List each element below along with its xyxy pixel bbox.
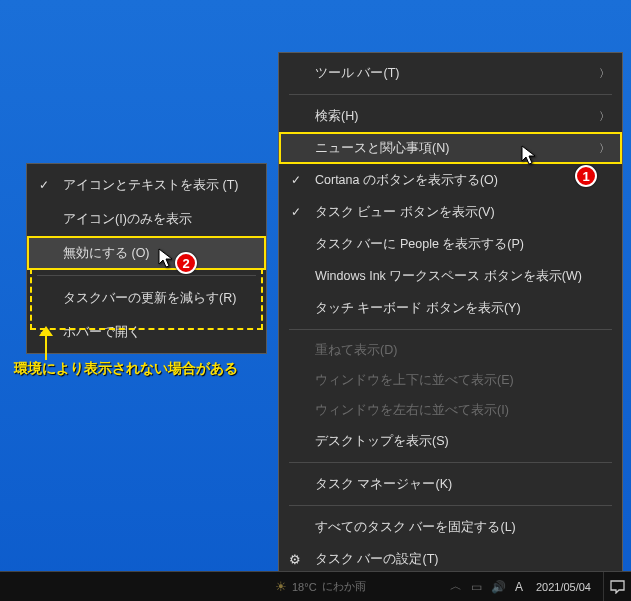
menu-label: Windows Ink ワークスペース ボタンを表示(W): [315, 268, 608, 285]
desktop: ツール バー(T) 〉 検索(H) 〉 ニュースと関心事項(N) 〉 ✓ Cor…: [0, 0, 631, 601]
submenu-item-reduce-updates[interactable]: タスクバーの更新を減らす(R): [27, 281, 266, 315]
menu-label: アイコンとテキストを表示 (T): [63, 177, 252, 194]
tray-volume-icon[interactable]: 🔊: [491, 580, 506, 594]
tray-network-icon[interactable]: ▭: [471, 580, 482, 594]
annotation-badge-2: 2: [175, 252, 197, 274]
tray-ime-indicator[interactable]: A: [515, 580, 523, 594]
submenu-item-icon-text[interactable]: ✓ アイコンとテキストを表示 (T): [27, 168, 266, 202]
weather-text: にわか雨: [322, 579, 366, 594]
menu-label: タスク バーの設定(T): [315, 551, 608, 568]
menu-item-toolbar[interactable]: ツール バー(T) 〉: [279, 57, 622, 89]
menu-separator: [289, 505, 612, 506]
menu-label: タッチ キーボード ボタンを表示(Y): [315, 300, 608, 317]
menu-label: タスクバーの更新を減らす(R): [63, 290, 252, 307]
menu-separator: [289, 462, 612, 463]
annotation-note: 環境により表示されない場合がある: [14, 360, 238, 378]
menu-item-people[interactable]: タスク バーに People を表示する(P): [279, 228, 622, 260]
weather-temp: 18°C: [292, 581, 317, 593]
submenu-item-icon-only[interactable]: アイコン(I)のみを表示: [27, 202, 266, 236]
chevron-right-icon: 〉: [599, 66, 610, 81]
menu-separator: [289, 329, 612, 330]
menu-label: タスク ビュー ボタンを表示(V): [315, 204, 608, 221]
menu-label: ウィンドウを左右に並べて表示(I): [315, 402, 608, 419]
tray-action-center[interactable]: [603, 572, 631, 601]
menu-label: Cortana のボタンを表示する(O): [315, 172, 608, 189]
menu-item-stack-vertical: ウィンドウを上下に並べて表示(E): [279, 365, 622, 395]
annotation-badge-1: 1: [575, 165, 597, 187]
check-icon: ✓: [39, 178, 49, 192]
menu-label: デスクトップを表示(S): [315, 433, 608, 450]
menu-label: すべてのタスク バーを固定する(L): [315, 519, 608, 536]
news-submenu: ✓ アイコンとテキストを表示 (T) アイコン(I)のみを表示 無効にする (O…: [26, 163, 267, 354]
taskbar[interactable]: ☀ 18°C にわか雨 ︿ ▭ 🔊 A 2021/05/04: [0, 571, 631, 601]
tray-date[interactable]: 2021/05/04: [532, 581, 595, 593]
menu-label: 検索(H): [315, 108, 608, 125]
menu-label: タスク マネージャー(K): [315, 476, 608, 493]
menu-item-news[interactable]: ニュースと関心事項(N) 〉: [279, 132, 622, 164]
menu-item-task-manager[interactable]: タスク マネージャー(K): [279, 468, 622, 500]
taskbar-context-menu: ツール バー(T) 〉 検索(H) 〉 ニュースと関心事項(N) 〉 ✓ Cor…: [278, 52, 623, 580]
notification-icon: [610, 580, 625, 594]
menu-item-touchkb[interactable]: タッチ キーボード ボタンを表示(Y): [279, 292, 622, 324]
menu-item-taskview[interactable]: ✓ タスク ビュー ボタンを表示(V): [279, 196, 622, 228]
annotation-arrow-head: [39, 326, 53, 336]
menu-item-search[interactable]: 検索(H) 〉: [279, 100, 622, 132]
taskbar-left: ☀ 18°C にわか雨: [0, 579, 442, 594]
menu-label: アイコン(I)のみを表示: [63, 211, 252, 228]
menu-item-show-desktop[interactable]: デスクトップを表示(S): [279, 425, 622, 457]
menu-label: ホバーで開く: [63, 324, 252, 341]
menu-label: 重ねて表示(D): [315, 342, 608, 359]
menu-label: ウィンドウを上下に並べて表示(E): [315, 372, 608, 389]
menu-label: タスク バーに People を表示する(P): [315, 236, 608, 253]
check-icon: ✓: [291, 173, 301, 187]
gear-icon: ⚙: [289, 552, 301, 567]
check-icon: ✓: [291, 205, 301, 219]
menu-item-cascade: 重ねて表示(D): [279, 335, 622, 365]
menu-item-ink[interactable]: Windows Ink ワークスペース ボタンを表示(W): [279, 260, 622, 292]
taskbar-tray: ︿ ▭ 🔊 A 2021/05/04: [442, 578, 603, 595]
menu-item-stack-horizontal: ウィンドウを左右に並べて表示(I): [279, 395, 622, 425]
chevron-right-icon: 〉: [599, 141, 610, 156]
submenu-item-hover-open[interactable]: ✓ ホバーで開く: [27, 315, 266, 349]
menu-label: ツール バー(T): [315, 65, 608, 82]
menu-item-cortana[interactable]: ✓ Cortana のボタンを表示する(O): [279, 164, 622, 196]
menu-separator: [37, 275, 256, 276]
taskbar-weather[interactable]: ☀ 18°C にわか雨: [275, 579, 366, 594]
submenu-item-disable[interactable]: 無効にする (O): [27, 236, 266, 270]
menu-label: ニュースと関心事項(N): [315, 140, 608, 157]
menu-separator: [289, 94, 612, 95]
tray-chevron-up-icon[interactable]: ︿: [450, 578, 462, 595]
menu-item-lock-all[interactable]: すべてのタスク バーを固定する(L): [279, 511, 622, 543]
chevron-right-icon: 〉: [599, 109, 610, 124]
menu-label: 無効にする (O): [63, 245, 252, 262]
weather-icon: ☀: [275, 579, 287, 594]
